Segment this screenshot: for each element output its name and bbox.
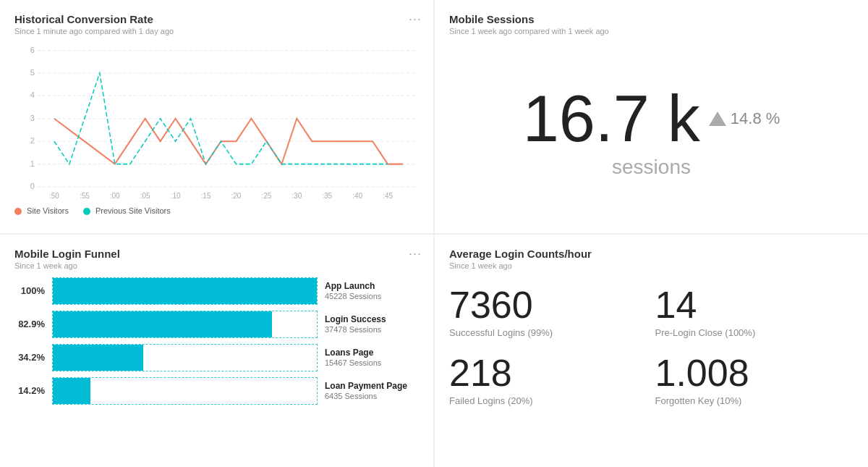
counts-subtitle: Since 1 week ago [449, 261, 854, 270]
svg-text::35: :35 [322, 192, 332, 200]
legend-series2: Previous Site Visitors [83, 206, 171, 215]
funnel-pct: 100% [14, 285, 45, 296]
sessions-change: 14.8 % [709, 109, 780, 128]
funnel-bar-wrap [52, 311, 318, 338]
svg-text::10: :10 [171, 192, 181, 200]
svg-text::30: :30 [292, 192, 302, 200]
svg-text:4: 4 [30, 91, 35, 99]
funnel-row: 100% App Launch 45228 Sessions [14, 277, 419, 305]
funnel-bar-wrap [52, 344, 318, 371]
legend-series1: Site Visitors [14, 206, 69, 215]
svg-text::40: :40 [352, 192, 362, 200]
funnel-label: Login Success 37478 Sessions [325, 314, 419, 335]
svg-text::25: :25 [261, 192, 271, 200]
count-item: 14 Pre-Login Close (100%) [655, 285, 854, 338]
mobile-login-funnel-panel: Mobile Login Funnel Since 1 week ago ···… [0, 235, 433, 468]
count-label: Failed Logins (20%) [449, 395, 648, 406]
svg-text::55: :55 [80, 192, 90, 200]
funnel-label: Loan Payment Page 6435 Sessions [325, 381, 419, 401]
count-number: 7360 [449, 285, 648, 326]
funnel-step-sessions: 45228 Sessions [325, 292, 381, 300]
funnel-pct: 82.9% [14, 319, 45, 329]
funnel-bar-wrap [52, 277, 318, 305]
conversion-legend: Site Visitors Previous Site Visitors [14, 206, 419, 215]
conversion-subtitle: Since 1 minute ago compared with 1 day a… [14, 27, 419, 35]
funnel-pct: 34.2% [14, 352, 45, 363]
count-item: 7360 Successful Logins (99%) [449, 285, 648, 338]
mobile-sessions-panel: Mobile Sessions Since 1 week ago compare… [435, 0, 868, 233]
counts-grid: 7360 Successful Logins (99%) 14 Pre-Logi… [449, 285, 854, 406]
funnel-step-name: Loan Payment Page [325, 381, 419, 391]
svg-text::50: :50 [49, 192, 59, 200]
funnel-pct: 14.2% [14, 385, 45, 396]
svg-text::45: :45 [383, 192, 393, 200]
svg-text:1: 1 [30, 159, 35, 168]
svg-text::00: :00 [110, 192, 120, 200]
funnel-step-name: Loans Page [325, 348, 419, 358]
funnel-bar [53, 278, 317, 304]
svg-text::15: :15 [201, 192, 211, 200]
funnel-row: 14.2% Loan Payment Page 6435 Sessions [14, 377, 419, 405]
sessions-subtitle: Since 1 week ago compared with 1 week ag… [449, 27, 854, 35]
conversion-more-button[interactable]: ··· [409, 12, 422, 27]
funnel-title: Mobile Login Funnel [14, 248, 419, 260]
funnel-step-name: Login Success [325, 314, 419, 324]
svg-text:3: 3 [30, 114, 35, 122]
conversion-chart-svg: 0 1 2 3 4 5 6 :50 :55 :00 :05 :10 :15 :2… [14, 43, 419, 202]
sessions-number-row: 16.7 k 14.8 % [523, 86, 780, 151]
count-item: 218 Failed Logins (20%) [449, 353, 648, 406]
svg-text:6: 6 [30, 45, 35, 54]
funnel-label: Loans Page 15467 Sessions [325, 348, 419, 368]
funnel-more-button[interactable]: ··· [409, 246, 422, 261]
sessions-number: 16.7 k [523, 86, 700, 151]
funnel-row: 82.9% Login Success 37478 Sessions [14, 311, 419, 338]
count-number: 14 [655, 285, 854, 326]
sessions-content: 16.7 k 14.8 % sessions [449, 43, 854, 223]
conversion-title: Historical Conversion Rate [14, 13, 419, 25]
svg-text:2: 2 [30, 136, 35, 145]
average-login-counts-panel: Average Login Counts/hour Since 1 week a… [435, 235, 868, 468]
historical-conversion-panel: Historical Conversion Rate Since 1 minut… [0, 0, 433, 233]
counts-title: Average Login Counts/hour [449, 248, 854, 260]
funnel-row: 34.2% Loans Page 15467 Sessions [14, 344, 419, 371]
funnel-label: App Launch 45228 Sessions [325, 281, 419, 301]
funnel-bar [53, 311, 272, 337]
count-label: Successful Logins (99%) [449, 327, 648, 338]
legend-dot-2 [83, 208, 90, 215]
legend-dot-1 [14, 208, 22, 215]
svg-text:0: 0 [30, 182, 35, 190]
funnel-step-sessions: 6435 Sessions [325, 392, 377, 400]
count-number: 1.008 [655, 353, 854, 394]
funnel-step-sessions: 37478 Sessions [325, 325, 381, 334]
up-arrow-icon [709, 112, 726, 126]
funnel-chart: 100% App Launch 45228 Sessions 82.9% Log… [14, 277, 419, 405]
funnel-subtitle: Since 1 week ago [14, 261, 419, 270]
funnel-step-sessions: 15467 Sessions [325, 358, 381, 367]
sessions-title: Mobile Sessions [449, 13, 854, 25]
funnel-bar [53, 345, 143, 371]
svg-text::05: :05 [140, 192, 150, 200]
sessions-change-value: 14.8 % [731, 109, 780, 128]
count-label: Forgotten Key (10%) [655, 395, 854, 406]
funnel-step-name: App Launch [325, 281, 419, 291]
svg-text::20: :20 [231, 192, 242, 200]
sessions-label: sessions [612, 156, 691, 179]
count-label: Pre-Login Close (100%) [655, 327, 854, 338]
funnel-bar-wrap [52, 377, 318, 405]
conversion-chart: 0 1 2 3 4 5 6 :50 :55 :00 :05 :10 :15 :2… [14, 43, 419, 202]
svg-text:5: 5 [30, 68, 35, 77]
count-item: 1.008 Forgotten Key (10%) [655, 353, 854, 406]
count-number: 218 [449, 353, 648, 394]
funnel-bar [53, 378, 90, 404]
